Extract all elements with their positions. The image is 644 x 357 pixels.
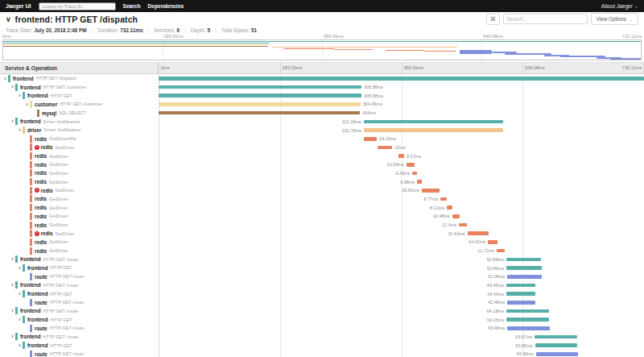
span-bar[interactable] (422, 189, 440, 193)
span-bar[interactable] (506, 258, 542, 262)
span-bar[interactable] (506, 284, 535, 288)
span-bar[interactable] (506, 292, 535, 296)
span-name-cell[interactable]: ∨redisGetDriver (0, 195, 159, 204)
span-name-cell[interactable]: ∨!redisGetDriver (0, 186, 159, 195)
trace-search-input[interactable] (503, 14, 588, 24)
span-bar-cell[interactable]: 14.02ms (159, 238, 644, 247)
span-bar-cell[interactable]: 64.18ms (159, 307, 644, 316)
span-bar[interactable] (507, 301, 535, 305)
span-bar[interactable] (412, 172, 416, 176)
span-name-cell[interactable]: ∨redisGetDriver (0, 177, 159, 186)
span-bar-cell[interactable]: 63.85ms (159, 341, 644, 350)
span-bar-cell[interactable]: 6.98ms (159, 177, 644, 186)
span-bar-cell[interactable]: 52.89ms (159, 264, 644, 272)
keyboard-shortcuts-button[interactable]: ⌘ (486, 14, 500, 25)
span-name-cell[interactable]: ∨frontendHTTP GET: /customer (0, 83, 159, 92)
span-chevron-icon[interactable]: ∨ (10, 85, 15, 89)
span-name-cell[interactable]: ∨redisGetDriver (0, 152, 159, 160)
span-bar[interactable] (535, 335, 577, 339)
span-name-cell[interactable]: ∨redisGetDriver (0, 169, 159, 178)
span-name-cell[interactable]: ∨routeHTTP GET /route (0, 272, 159, 281)
span-bar[interactable] (440, 197, 446, 201)
span-chevron-icon[interactable]: ∨ (2, 77, 8, 81)
span-name-cell[interactable]: ∨redisGetDriver (0, 221, 159, 230)
span-chevron-icon[interactable]: ∨ (10, 257, 15, 262)
span-name-cell[interactable]: ∨frontendDriver::findNearest (0, 117, 159, 126)
app-logo[interactable]: Jaeger UI (6, 3, 31, 9)
span-bar-cell[interactable]: 11.72ms (159, 247, 644, 255)
view-options-button[interactable]: View Options ⌄ (591, 13, 638, 25)
span-bar-cell[interactable]: 31.63ms (159, 229, 644, 238)
span-chevron-icon[interactable]: ∨ (10, 283, 15, 288)
span-name-cell[interactable]: ∨redisGetDriver (0, 238, 159, 247)
span-bar-cell[interactable]: 8.12ms (159, 203, 644, 212)
span-bar[interactable] (506, 318, 549, 322)
span-bar-cell[interactable]: 8.77ms (159, 195, 644, 204)
span-name-cell[interactable]: ∨frontendHTTP GET: /route (0, 255, 159, 264)
span-bar[interactable] (378, 146, 392, 150)
span-bar[interactable] (497, 249, 505, 253)
span-name-cell[interactable]: ∨routeHTTP GET /route (0, 324, 159, 333)
span-bar-cell[interactable]: 52.89ms (159, 255, 644, 264)
span-bar-cell[interactable]: 211.18ms (159, 117, 644, 126)
span-bar[interactable] (364, 137, 377, 141)
span-bar[interactable] (507, 275, 542, 279)
span-bar[interactable] (159, 102, 361, 106)
span-bar[interactable] (159, 111, 360, 115)
span-chevron-icon[interactable]: ∨ (17, 292, 23, 297)
span-bar[interactable] (407, 163, 415, 167)
span-bar-cell[interactable]: 64.15ms (159, 315, 644, 324)
span-name-cell[interactable]: ∨frontendHTTP GET (0, 91, 159, 100)
span-bar-cell[interactable]: 43.45ms (159, 281, 644, 290)
span-bar-cell[interactable]: 52.08ms (159, 272, 644, 281)
span-bar-cell[interactable]: 304ms (159, 109, 644, 118)
span-bar-cell[interactable]: 12.34ms (159, 160, 644, 169)
nav-link-search[interactable]: Search (123, 3, 141, 9)
span-bar-cell[interactable]: 63.87ms (159, 333, 644, 342)
span-name-cell[interactable]: ∨routeHTTP GET /route (0, 298, 159, 307)
nav-link-dependencies[interactable]: Dependencies (148, 3, 184, 9)
span-bar[interactable] (364, 128, 504, 132)
span-bar[interactable] (159, 77, 644, 81)
collapse-trace-icon[interactable]: ∨ (6, 15, 11, 23)
span-bar-cell[interactable]: 63.48ms (159, 324, 644, 333)
span-bar[interactable] (507, 326, 549, 330)
span-bar-cell[interactable]: 42.48ms (159, 298, 644, 307)
span-bar-cell[interactable]: 6.29ms (159, 169, 644, 178)
span-bar[interactable] (159, 85, 361, 89)
span-name-cell[interactable]: ∨redisGetDriver (0, 160, 159, 169)
span-name-cell[interactable]: ∨redisGetDriver (0, 247, 159, 255)
span-bar[interactable] (536, 352, 578, 356)
span-chevron-icon[interactable]: ∨ (17, 266, 23, 271)
span-bar-cell[interactable]: 63.36ms (159, 350, 644, 357)
span-bar[interactable] (364, 120, 504, 124)
span-name-cell[interactable]: ∨routeHTTP GET /route (0, 350, 159, 357)
span-name-cell[interactable]: ∨customerHTTP GET /customer (0, 100, 159, 109)
span-name-cell[interactable]: ∨redisGetDriver (0, 203, 159, 212)
span-chevron-icon[interactable]: ∨ (10, 334, 15, 339)
span-name-cell[interactable]: ∨frontendHTTP GET (0, 289, 159, 298)
span-name-cell[interactable]: ∨!redisGetDriver (0, 229, 159, 238)
span-bar-cell[interactable]: 22ms (159, 143, 644, 152)
trace-id-input[interactable] (39, 2, 116, 10)
span-bar[interactable] (535, 343, 578, 347)
span-name-cell[interactable]: ∨frontendHTTP GET /dispatch (0, 74, 159, 83)
span-name-cell[interactable]: ∨redisGetDriver (0, 212, 159, 221)
span-chevron-icon[interactable]: ∨ (17, 343, 23, 348)
span-bar-cell[interactable]: 43.44ms (159, 289, 644, 298)
about-jaeger-menu[interactable]: About Jaeger ⌄ (601, 3, 638, 9)
span-bar-cell[interactable]: 305.88ms (159, 83, 644, 92)
span-bar[interactable] (506, 309, 549, 313)
span-bar-cell[interactable] (159, 74, 644, 83)
span-bar[interactable] (506, 266, 542, 270)
span-bar-cell[interactable]: 10.48ms (159, 212, 644, 221)
span-name-cell[interactable]: ∨frontendHTTP GET: /route (0, 281, 159, 290)
span-name-cell[interactable]: ∨redisFindDriverIDs (0, 135, 159, 143)
span-name-cell[interactable]: ∨driverDriver::findNearest (0, 126, 159, 135)
span-name-cell[interactable]: ∨frontendHTTP GET (0, 315, 159, 324)
span-bar-cell[interactable]: 8.17ms (159, 152, 644, 160)
span-bar-cell[interactable]: 210.76ms (159, 126, 644, 135)
span-bar-cell[interactable]: 304.46ms (159, 100, 644, 109)
span-bar[interactable] (398, 154, 404, 158)
span-bar[interactable] (447, 205, 452, 210)
